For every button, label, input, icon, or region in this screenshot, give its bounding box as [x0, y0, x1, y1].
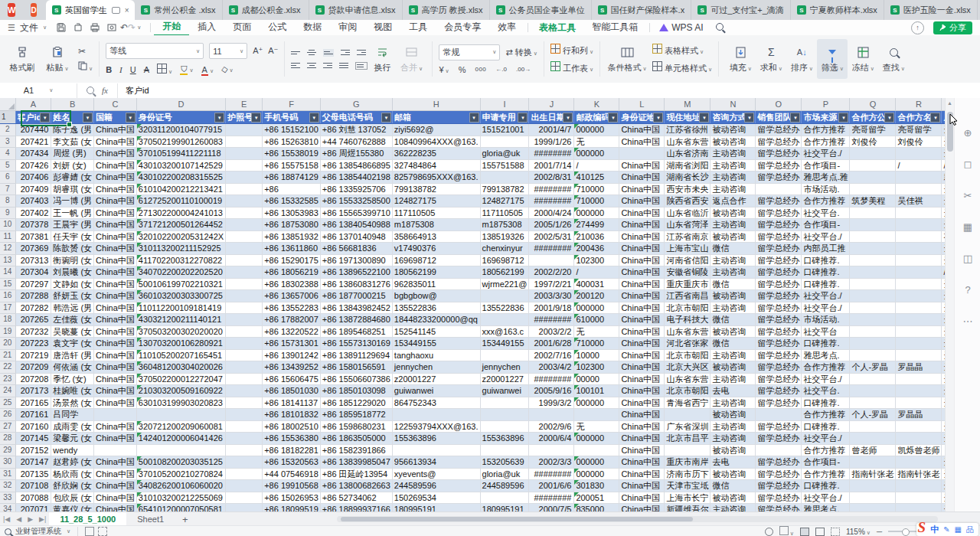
search-button[interactable] [710, 22, 730, 33]
scroll-up-icon[interactable]: ▲ [947, 100, 952, 106]
cell[interactable] [480, 172, 529, 184]
cell[interactable] [226, 172, 263, 184]
cell[interactable]: 10000 [574, 349, 619, 361]
cell[interactable]: 610000 [574, 314, 619, 326]
cell[interactable]: 被动咨询 [710, 136, 756, 148]
table-header-cell[interactable]: 父母电话号码▼ [320, 111, 392, 124]
filter-dropdown-button[interactable]: ▼ [699, 113, 709, 123]
cell[interactable]: 西安市未央 [665, 183, 710, 195]
cell[interactable]: China中国 [619, 314, 665, 326]
cell[interactable]: 留学总经办 [756, 207, 802, 219]
format-painter-button[interactable]: 格式刷 [5, 39, 40, 79]
table-header-cell[interactable]: 邮政编码▼ [574, 111, 619, 124]
macro-record-icon[interactable] [765, 528, 773, 536]
cell[interactable]: 310113200211152925 [136, 243, 225, 255]
cell[interactable]: 835000 [574, 504, 619, 512]
output-icon[interactable] [74, 23, 83, 32]
cell[interactable] [226, 314, 263, 326]
cell[interactable] [896, 385, 942, 397]
cell[interactable] [226, 183, 263, 195]
column-header-L[interactable]: L [619, 98, 665, 111]
cell[interactable]: 362228235 [392, 148, 480, 160]
filter-dropdown-button[interactable]: ▼ [790, 113, 800, 123]
cell[interactable] [850, 492, 896, 504]
cell[interactable]: 无 [574, 136, 619, 148]
cell[interactable] [392, 409, 480, 421]
sheet-tab[interactable]: 11_28_5_1000 [49, 512, 126, 526]
cell[interactable] [226, 124, 263, 136]
cell[interactable]: 271302200004241013 [136, 207, 225, 219]
save-icon[interactable] [57, 23, 66, 32]
cell[interactable] [226, 456, 263, 469]
cell[interactable]: 110105200207165451 [136, 349, 225, 361]
cell[interactable]: +86 18101832 [263, 409, 321, 421]
cell[interactable] [226, 148, 263, 160]
share-button[interactable]: 分享 [933, 21, 972, 34]
table-header-cell[interactable]: 出生日期▼ [529, 111, 574, 124]
table-header-cell[interactable]: 市场来源▼ [802, 111, 850, 124]
tab-插入[interactable]: 插入 [189, 20, 224, 35]
table-style-button[interactable]: 表格样式∨ [652, 44, 712, 57]
cell[interactable]: 327484864 [392, 159, 480, 172]
row-header[interactable]: 33 [0, 492, 15, 504]
wps-logo-icon[interactable]: W [8, 3, 15, 17]
cell[interactable] [850, 314, 896, 326]
cell[interactable]: 指南针张老 [850, 468, 896, 480]
cell[interactable]: 刘俊伶 [896, 136, 942, 148]
docer-icon[interactable]: D [31, 3, 36, 17]
cell[interactable]: 合作方推荐 [802, 136, 850, 148]
cell[interactable] [480, 409, 529, 421]
cell[interactable]: 2001/9/18 [529, 302, 574, 314]
cell[interactable]: 主动咨询 [710, 148, 756, 160]
cell[interactable]: 杨欣雨 (女 [51, 468, 94, 480]
cell[interactable]: 207421 [15, 136, 51, 148]
cell[interactable]: China中国 [94, 172, 137, 184]
cell[interactable]: 陈歆赟 (女 [51, 243, 94, 255]
cell[interactable] [94, 409, 137, 421]
cell[interactable]: chenxinyur [480, 243, 529, 255]
cell[interactable]: 2002/3/3 [529, 456, 574, 469]
ime-toolbox-icon[interactable]: 品 [966, 525, 974, 535]
cell[interactable]: 山东省临沂 [665, 207, 710, 219]
cell[interactable]: +86 15573130169 [320, 338, 392, 350]
cell[interactable]: China中国 [94, 433, 137, 445]
cell[interactable] [529, 444, 574, 456]
cell-style-button[interactable]: 单元格样式∨ [652, 61, 712, 74]
cell[interactable]: +86 13220522 [263, 325, 321, 338]
table-header-cell[interactable]: 身份证号▼ [136, 111, 225, 124]
cell[interactable] [896, 338, 942, 350]
cell[interactable]: China中国 [619, 254, 665, 266]
document-tab[interactable]: S贷款申请信息.xlsx [309, 0, 403, 20]
tab-效率[interactable]: 效率 [489, 20, 524, 35]
cell[interactable]: 207369 [15, 243, 51, 255]
cell[interactable]: 上海市宝山 [665, 243, 710, 255]
wps-ai-button[interactable]: WPS AI [653, 22, 709, 33]
cell[interactable]: 合作项目- [802, 159, 850, 172]
cell[interactable]: +86 15290175 [263, 254, 321, 266]
horizontal-scrollbar[interactable] [337, 516, 938, 522]
cell[interactable]: 去电 [710, 456, 756, 469]
align-middle-icon[interactable] [307, 50, 316, 55]
cell[interactable]: China中国 [619, 480, 665, 492]
cell[interactable]: 370502199901260083 [136, 136, 225, 148]
cell[interactable]: +86 13843982452 [320, 302, 392, 314]
cell[interactable]: +86 18056219 [263, 266, 321, 279]
select-all-corner[interactable] [0, 98, 15, 111]
cell[interactable]: 口碑推荐. [802, 338, 850, 350]
cell[interactable]: 180562199 [480, 266, 529, 279]
cell[interactable]: 陕西省西安 [665, 195, 710, 208]
cell[interactable]: 口碑推荐. [802, 278, 850, 290]
sum-button[interactable]: Σ 求和∨ [756, 39, 786, 79]
cell[interactable] [136, 444, 225, 456]
cell[interactable]: 北京市朝阳 [665, 385, 710, 397]
table-header-cell[interactable]: 合作方公▼ [850, 111, 896, 124]
document-tab[interactable]: S国任财产保险样本.x [592, 0, 692, 20]
cell[interactable]: 207071 [15, 504, 51, 512]
cell[interactable]: 2003/2/2 [529, 325, 574, 338]
cell[interactable] [226, 444, 263, 456]
cell[interactable]: China中国 [94, 243, 137, 255]
cell[interactable] [665, 444, 710, 456]
cell[interactable]: 江苏省南京 [665, 230, 710, 243]
column-header-J[interactable]: J [529, 98, 574, 111]
paste-button[interactable]: 粘贴∨ [40, 39, 75, 79]
